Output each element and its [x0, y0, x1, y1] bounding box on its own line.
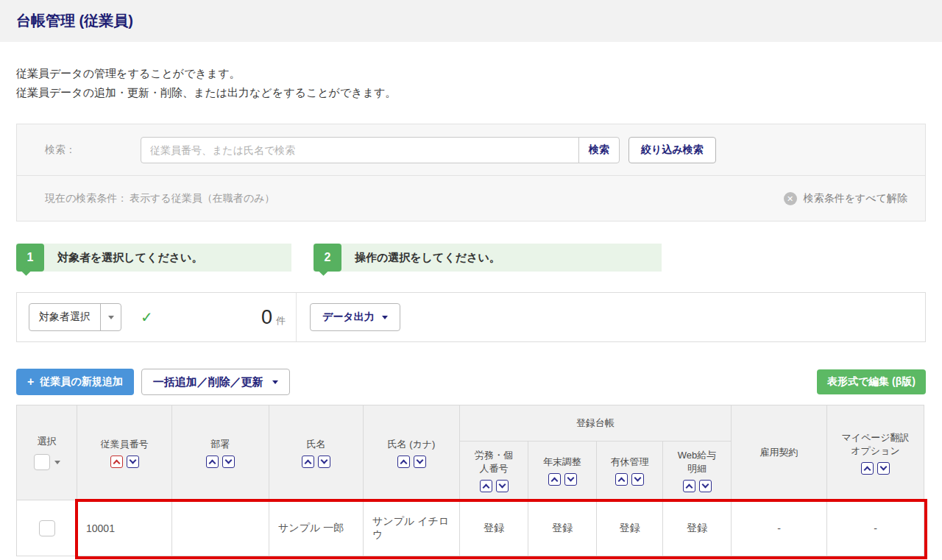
target-selection-section: 対象者選択 ✓ 0 件: [17, 293, 297, 341]
bulk-button-label: 一括追加／削除／更新: [153, 375, 263, 389]
cell-employment-contract: -: [732, 500, 827, 556]
row-checkbox[interactable]: [39, 520, 55, 536]
search-panel: 検索： 検索 絞り込み検索 現在の検索条件： 表示する従業員（在職者のみ） ✕ …: [16, 124, 926, 221]
title-band: 台帳管理 (従業員): [0, 0, 942, 42]
add-employee-label: 従業員の新規追加: [40, 375, 122, 389]
col-header-employee-no: 従業員番号: [77, 405, 172, 500]
selected-count-value: 0: [261, 306, 272, 329]
row-select-cell: [17, 500, 77, 556]
nencho-label: 年末調整: [531, 456, 593, 469]
current-conditions-row: 現在の検索条件： 表示する従業員（在職者のみ） ✕ 検索条件をすべて解除: [17, 175, 925, 221]
sort-down-icon[interactable]: [564, 473, 577, 486]
sort-up-icon[interactable]: [683, 480, 695, 492]
add-employee-button[interactable]: + 従業員の新規追加: [16, 369, 134, 395]
cell-ledger-paid-leave: 登録: [597, 500, 663, 556]
table-actions-row: + 従業員の新規追加 一括追加／削除／更新 表形式で編集 (β版): [16, 369, 926, 395]
sort-down-icon[interactable]: [127, 456, 139, 468]
col-header-select: 選択: [17, 405, 77, 500]
cell-ledger-nencho: 登録: [528, 500, 597, 556]
sort-up-icon[interactable]: [110, 456, 123, 468]
caret-down-icon: [382, 316, 388, 319]
sort-up-icon[interactable]: [480, 480, 492, 492]
cell-ledger-labor: 登録: [460, 500, 528, 556]
bulk-add-delete-update-button[interactable]: 一括追加／削除／更新: [141, 369, 290, 395]
current-conditions-value: 表示する従業員（在職者のみ）: [130, 192, 275, 205]
search-input-group: 検索: [141, 137, 620, 163]
department-label: 部署: [175, 438, 266, 451]
sort-up-icon[interactable]: [206, 456, 219, 468]
cell-kana: サンプル イチロウ: [364, 500, 460, 556]
target-select-button[interactable]: 対象者選択: [29, 303, 121, 331]
step-2-number-badge: 2: [314, 244, 341, 272]
mypage-translation-label: マイページ翻訳 オプション: [830, 431, 921, 458]
sort-up-icon[interactable]: [615, 473, 628, 486]
caret-down-icon: [108, 316, 114, 319]
selected-count: 0 件: [261, 306, 286, 329]
cell-employee-no: 10001: [77, 500, 172, 556]
select-all-checkbox[interactable]: [34, 454, 50, 470]
col-header-department: 部署: [172, 405, 269, 500]
employee-table-wrap: 選択 従業員番号 部署: [16, 405, 926, 556]
description-line-2: 従業員データの追加・更新・削除、または出力などをすることができます。: [16, 83, 926, 102]
col-group-header-ledgers: 登録台帳: [460, 405, 732, 442]
sort-down-icon[interactable]: [877, 462, 890, 475]
data-output-label: データ出力: [322, 311, 375, 324]
sort-down-icon[interactable]: [699, 480, 712, 492]
col-header-mypage-translation: マイページ翻訳 オプション: [827, 405, 924, 500]
paid-leave-label: 有休管理: [600, 456, 659, 469]
data-output-button[interactable]: データ出力: [310, 303, 400, 331]
col-header-labor-mynumber: 労務・個 人番号: [460, 442, 528, 500]
search-button[interactable]: 検索: [578, 137, 620, 163]
page-title: 台帳管理 (従業員): [16, 11, 133, 31]
operation-section: データ出力: [297, 293, 925, 341]
cell-ledger-web-payslip: 登録: [663, 500, 732, 556]
target-select-label[interactable]: 対象者選択: [29, 304, 100, 330]
sort-up-icon[interactable]: [397, 456, 410, 468]
select-header-label: 選択: [20, 435, 74, 448]
caret-down-icon: [272, 380, 278, 384]
filter-search-button[interactable]: 絞り込み検索: [628, 137, 716, 163]
caret-down-icon[interactable]: [54, 461, 60, 464]
table-edit-beta-button[interactable]: 表形式で編集 (β版): [817, 369, 926, 394]
step-1-number-badge: 1: [16, 244, 44, 272]
step-2-text: 操作の選択をしてください。: [355, 251, 500, 265]
col-header-nencho: 年末調整: [528, 442, 597, 500]
cell-name: サンプル 一郎: [269, 500, 364, 556]
kana-label: 氏名 (カナ): [366, 438, 456, 451]
sort-down-icon[interactable]: [414, 456, 426, 468]
name-label: 氏名: [272, 438, 360, 451]
check-icon: ✓: [141, 308, 153, 326]
sort-up-icon[interactable]: [861, 462, 874, 475]
sort-down-icon[interactable]: [222, 456, 235, 468]
current-conditions-label: 現在の検索条件：: [45, 192, 130, 205]
table-row: 10001 サンプル 一郎 サンプル イチロウ 登録 登録 登録 登録 - -: [17, 500, 924, 556]
step-1-text: 対象者を選択してください。: [57, 251, 202, 265]
employee-table: 選択 従業員番号 部署: [16, 405, 924, 556]
sort-up-icon[interactable]: [302, 456, 314, 468]
col-header-web-payslip: Web給与 明細: [663, 442, 732, 500]
web-payslip-label: Web給与 明細: [666, 449, 728, 475]
sort-up-icon[interactable]: [548, 473, 561, 486]
employee-no-label: 従業員番号: [80, 438, 169, 451]
sort-down-icon[interactable]: [496, 480, 509, 492]
clear-all-conditions[interactable]: ✕ 検索条件をすべて解除: [784, 192, 907, 205]
cell-mypage-translation: -: [827, 500, 924, 556]
col-header-employment-contract: 雇用契約: [732, 405, 827, 500]
plus-icon: +: [27, 375, 34, 389]
step-2-banner: 2 操作の選択をしてください。: [314, 244, 662, 272]
selected-count-unit: 件: [276, 314, 286, 327]
page-description: 従業員データの管理をすることができます。 従業員データの追加・更新・削除、または…: [16, 64, 926, 102]
clear-circle-icon[interactable]: ✕: [784, 192, 797, 205]
search-row: 検索： 検索 絞り込み検索: [17, 124, 925, 175]
step-1-banner: 1 対象者を選択してください。: [16, 244, 291, 272]
header-group-row: 選択 従業員番号 部署: [17, 405, 924, 442]
search-input[interactable]: [141, 137, 579, 163]
description-line-1: 従業員データの管理をすることができます。: [16, 64, 926, 83]
sort-down-icon[interactable]: [631, 473, 644, 486]
search-label: 検索：: [45, 143, 141, 157]
step-banners: 1 対象者を選択してください。 2 操作の選択をしてください。: [16, 244, 926, 272]
clear-all-label: 検索条件をすべて解除: [804, 192, 907, 205]
target-select-caret-button[interactable]: [100, 304, 121, 330]
sort-down-icon[interactable]: [318, 456, 330, 468]
col-header-kana: 氏名 (カナ): [364, 405, 460, 500]
